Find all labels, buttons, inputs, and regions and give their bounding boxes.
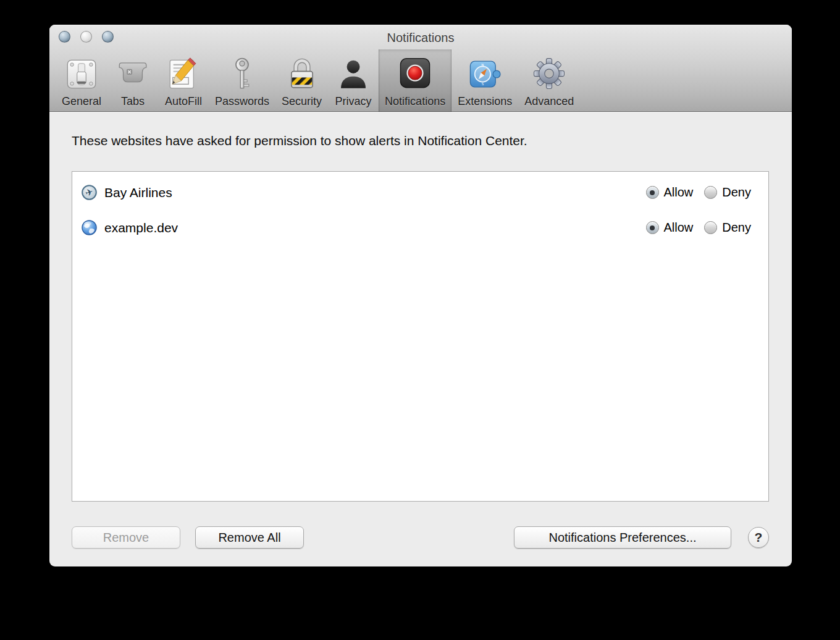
tab-passwords[interactable]: Passwords xyxy=(209,49,275,112)
permission-controls: Allow Deny xyxy=(646,185,752,200)
tab-tabs[interactable]: Tabs xyxy=(107,49,158,112)
key-icon xyxy=(223,55,261,93)
notepad-pencil-icon xyxy=(164,55,203,93)
tab-general[interactable]: General xyxy=(56,49,107,112)
window-header: Notifications General xyxy=(49,25,792,112)
tab-autofill[interactable]: AutoFill xyxy=(158,49,209,112)
site-name: Bay Airlines xyxy=(104,185,172,200)
allow-option: Allow xyxy=(646,221,694,235)
airplane-icon: ✈ xyxy=(82,185,97,200)
deny-label: Deny xyxy=(722,185,751,200)
gear-icon xyxy=(530,55,568,93)
preferences-toolbar: General Tabs xyxy=(56,49,580,112)
puzzle-compass-icon: N S xyxy=(466,55,504,93)
allow-option: Allow xyxy=(646,185,694,200)
record-dot-icon xyxy=(396,55,434,93)
allow-label: Allow xyxy=(664,185,694,200)
tab-autofill-label: AutoFill xyxy=(165,95,202,108)
tab-notifications[interactable]: Notifications xyxy=(379,49,452,112)
tab-general-label: General xyxy=(62,95,101,108)
tab-extensions[interactable]: N S Extensions xyxy=(452,49,518,112)
tab-extensions-label: Extensions xyxy=(458,95,512,108)
light-switch-icon xyxy=(62,55,101,93)
notifications-preferences-button[interactable]: Notifications Preferences... xyxy=(514,526,731,549)
titlebar[interactable]: Notifications xyxy=(49,25,792,49)
tab-security[interactable]: Security xyxy=(275,49,328,112)
deny-label: Deny xyxy=(722,221,751,235)
pane-description: These websites have asked for permission… xyxy=(72,133,770,148)
svg-text:S: S xyxy=(482,82,484,86)
website-permissions-list: ✈ Bay Airlines Allow Deny xyxy=(72,171,769,502)
tab-icon xyxy=(114,55,152,93)
tab-privacy[interactable]: Privacy xyxy=(328,49,379,112)
globe-icon xyxy=(82,220,97,235)
help-button[interactable]: ? xyxy=(748,527,769,548)
deny-option: Deny xyxy=(704,185,751,200)
tab-advanced[interactable]: Advanced xyxy=(518,49,580,112)
remove-button[interactable]: Remove xyxy=(72,526,180,549)
list-item[interactable]: example.dev Allow Deny xyxy=(72,210,768,245)
deny-radio[interactable] xyxy=(704,186,717,199)
site-name: example.dev xyxy=(104,221,178,235)
padlock-icon xyxy=(283,55,321,93)
tab-tabs-label: Tabs xyxy=(121,95,145,108)
allow-radio[interactable] xyxy=(646,221,659,234)
allow-radio[interactable] xyxy=(646,186,659,199)
deny-radio[interactable] xyxy=(704,221,717,234)
allow-label: Allow xyxy=(664,221,694,235)
window-title: Notifications xyxy=(49,25,792,49)
tab-privacy-label: Privacy xyxy=(335,95,372,108)
remove-all-button[interactable]: Remove All xyxy=(195,526,304,549)
deny-option: Deny xyxy=(704,221,751,235)
person-silhouette-icon xyxy=(334,55,372,93)
tab-security-label: Security xyxy=(282,95,322,108)
svg-text:N: N xyxy=(482,63,484,67)
tab-passwords-label: Passwords xyxy=(215,95,269,108)
tab-advanced-label: Advanced xyxy=(524,95,574,108)
permission-controls: Allow Deny xyxy=(646,221,752,235)
tab-notifications-label: Notifications xyxy=(385,95,445,108)
preferences-window: Notifications General xyxy=(49,25,792,566)
list-item[interactable]: ✈ Bay Airlines Allow Deny xyxy=(72,175,768,210)
